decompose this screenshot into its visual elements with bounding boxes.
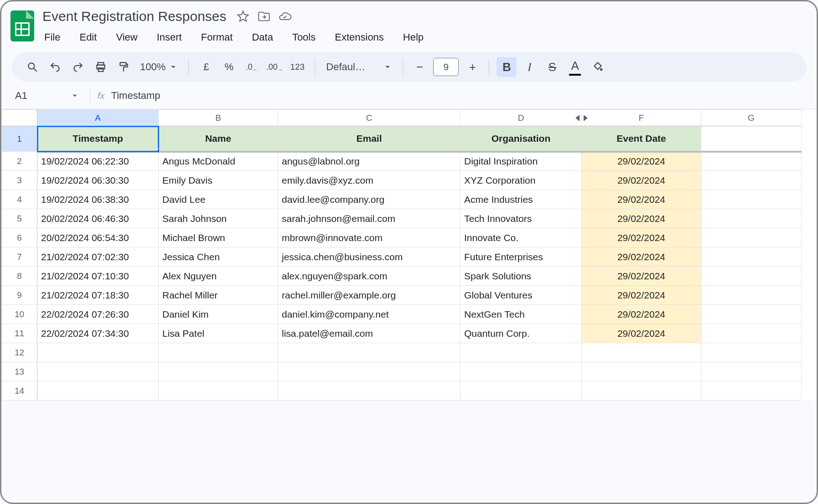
cell-A11[interactable]: 22/02/2024 07:34:30 xyxy=(37,324,159,343)
cell-C4[interactable]: david.lee@company.org xyxy=(278,190,461,209)
cell-G1[interactable] xyxy=(701,126,802,152)
decrease-font-size-button[interactable]: − xyxy=(410,58,429,76)
row-header-11[interactable]: 11 xyxy=(2,324,37,343)
row-header-10[interactable]: 10 xyxy=(2,305,37,324)
cell-B5[interactable]: Sarah Johnson xyxy=(159,209,278,228)
cell-A4[interactable]: 19/02/2024 06:38:30 xyxy=(37,190,159,209)
row-header-2[interactable]: 2 xyxy=(2,152,37,171)
currency-button[interactable]: £ xyxy=(196,57,216,77)
menu-format[interactable]: Format xyxy=(199,30,235,45)
cell-B14[interactable] xyxy=(159,381,278,401)
cell-G6[interactable] xyxy=(701,228,802,247)
cell-F8[interactable]: 29/02/2024 xyxy=(582,267,701,286)
column-header-G[interactable]: G xyxy=(701,110,802,126)
move-folder-icon[interactable] xyxy=(258,10,270,23)
cell-G7[interactable] xyxy=(701,247,802,267)
header-cell-D[interactable]: Organisation xyxy=(461,126,582,152)
document-title[interactable]: Event Registration Responses xyxy=(41,8,228,25)
cell-C10[interactable]: daniel.kim@company.net xyxy=(278,305,461,324)
row-header-6[interactable]: 6 xyxy=(2,228,37,247)
select-all-corner[interactable] xyxy=(2,110,37,126)
header-cell-F[interactable]: Event Date xyxy=(582,126,701,152)
cell-D14[interactable] xyxy=(461,381,582,401)
cell-F3[interactable]: 29/02/2024 xyxy=(582,171,701,190)
cell-F14[interactable] xyxy=(582,381,701,401)
header-cell-A[interactable]: Timestamp xyxy=(37,126,159,152)
cell-B3[interactable]: Emily Davis xyxy=(159,171,278,190)
cell-G4[interactable] xyxy=(701,190,802,209)
menu-insert[interactable]: Insert xyxy=(155,30,184,45)
expand-hidden-columns-left-icon[interactable] xyxy=(575,115,580,121)
name-box[interactable]: A1 xyxy=(11,88,83,103)
cell-A5[interactable]: 20/02/2024 06:46:30 xyxy=(37,209,159,228)
row-header-1[interactable]: 1 xyxy=(2,126,37,152)
cell-A9[interactable]: 21/02/2024 07:18:30 xyxy=(37,286,159,305)
cell-F6[interactable]: 29/02/2024 xyxy=(582,228,701,247)
cell-A3[interactable]: 19/02/2024 06:30:30 xyxy=(37,171,159,190)
cell-F4[interactable]: 29/02/2024 xyxy=(582,190,701,209)
cell-A2[interactable]: 19/02/2024 06:22:30 xyxy=(37,152,159,171)
cell-B13[interactable] xyxy=(159,362,278,381)
column-header-F[interactable]: F xyxy=(582,110,701,126)
cell-F12[interactable] xyxy=(582,343,701,362)
cell-C3[interactable]: emily.davis@xyz.com xyxy=(278,171,461,190)
cell-C9[interactable]: rachel.miller@example.org xyxy=(278,286,461,305)
row-header-5[interactable]: 5 xyxy=(2,209,37,228)
more-formats-button[interactable]: 123 xyxy=(287,57,307,77)
cell-G14[interactable] xyxy=(701,381,802,401)
cell-B9[interactable]: Rachel Miller xyxy=(159,286,278,305)
spreadsheet-grid[interactable]: ABCDFG1TimestampNameEmailOrganisationEve… xyxy=(1,109,817,401)
cell-C13[interactable] xyxy=(278,362,461,381)
cell-B7[interactable]: Jessica Chen xyxy=(159,247,278,267)
italic-button[interactable]: I xyxy=(519,57,539,77)
strikethrough-button[interactable]: S xyxy=(542,57,562,77)
cell-D6[interactable]: Innovate Co. xyxy=(461,228,582,247)
menu-extensions[interactable]: Extensions xyxy=(333,30,386,45)
cell-B12[interactable] xyxy=(159,343,278,362)
row-header-4[interactable]: 4 xyxy=(2,190,37,209)
cell-C14[interactable] xyxy=(278,381,461,401)
increase-decimal-button[interactable]: .00→ xyxy=(264,57,285,77)
cell-B10[interactable]: Daniel Kim xyxy=(159,305,278,324)
search-menus-icon[interactable] xyxy=(22,57,42,77)
menu-file[interactable]: File xyxy=(42,30,62,45)
cell-D4[interactable]: Acme Industries xyxy=(461,190,582,209)
cell-F5[interactable]: 29/02/2024 xyxy=(582,209,701,228)
cell-D7[interactable]: Future Enterprises xyxy=(461,247,582,267)
cell-A14[interactable] xyxy=(37,381,159,401)
row-header-9[interactable]: 9 xyxy=(2,286,37,305)
percent-button[interactable]: % xyxy=(219,57,239,77)
cell-G9[interactable] xyxy=(701,286,802,305)
row-header-13[interactable]: 13 xyxy=(2,362,37,381)
redo-button[interactable] xyxy=(68,57,88,77)
row-header-3[interactable]: 3 xyxy=(2,171,37,190)
cell-G2[interactable] xyxy=(701,152,802,171)
cell-B2[interactable]: Angus McDonald xyxy=(159,152,278,171)
cell-C6[interactable]: mbrown@innovate.com xyxy=(278,228,461,247)
cell-F9[interactable]: 29/02/2024 xyxy=(582,286,701,305)
bold-button[interactable]: B xyxy=(497,57,517,77)
cell-C7[interactable]: jessica.chen@business.com xyxy=(278,247,461,267)
cell-D13[interactable] xyxy=(461,362,582,381)
cell-G3[interactable] xyxy=(701,171,802,190)
font-size-input[interactable]: 9 xyxy=(433,58,459,76)
cell-G13[interactable] xyxy=(701,362,802,381)
cell-C8[interactable]: alex.nguyen@spark.com xyxy=(278,267,461,286)
header-cell-C[interactable]: Email xyxy=(278,126,461,152)
cell-F7[interactable]: 29/02/2024 xyxy=(582,247,701,267)
menu-help[interactable]: Help xyxy=(401,30,425,45)
column-header-A[interactable]: A xyxy=(37,110,159,126)
cell-A13[interactable] xyxy=(37,362,159,381)
header-cell-B[interactable]: Name xyxy=(159,126,278,152)
decrease-decimal-button[interactable]: .0← xyxy=(242,57,262,77)
cloud-saved-icon[interactable] xyxy=(279,10,291,23)
cell-G8[interactable] xyxy=(701,267,802,286)
menu-view[interactable]: View xyxy=(114,30,139,45)
column-header-C[interactable]: C xyxy=(278,110,461,126)
cell-D10[interactable]: NextGen Tech xyxy=(461,305,582,324)
cell-F13[interactable] xyxy=(582,362,701,381)
print-button[interactable] xyxy=(91,57,111,77)
cell-D11[interactable]: Quantum Corp. xyxy=(461,324,582,343)
cell-G11[interactable] xyxy=(701,324,802,343)
row-header-12[interactable]: 12 xyxy=(2,343,37,362)
